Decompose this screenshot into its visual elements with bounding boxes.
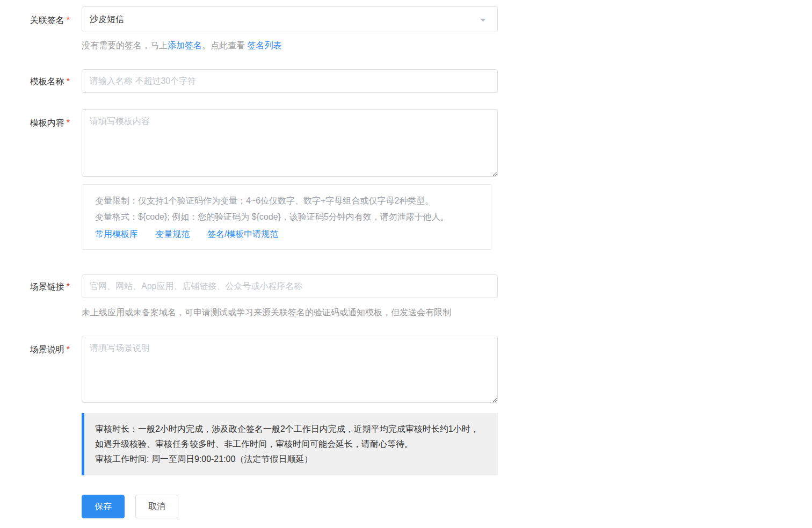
scene-link-label: 场景链接* — [0, 274, 70, 299]
variable-spec-link[interactable]: 变量规范 — [155, 229, 190, 238]
add-signature-link[interactable]: 添加签名 — [168, 41, 202, 50]
scene-link-input[interactable] — [82, 274, 498, 298]
required-asterisk: * — [67, 16, 70, 25]
signature-template-apply-spec-link[interactable]: 签名/模板申请规范 — [207, 229, 278, 238]
row-scene-link: 场景链接* 未上线应用或未备案域名，可申请测试或学习来源关联签名的验证码或通知模… — [0, 274, 812, 336]
signature-select[interactable]: 沙皮短信 ▼ — [82, 6, 498, 32]
scene-link-helper: 未上线应用或未备案域名，可申请测试或学习来源关联签名的验证码或通知模板，但发送会… — [82, 307, 498, 319]
variable-format-text: 变量格式：${code}; 例如：您的验证码为 ${code}，该验证码5分钟内… — [95, 209, 478, 225]
required-asterisk: * — [67, 345, 70, 354]
signature-select-value: 沙皮短信 — [90, 14, 124, 25]
signature-label: 关联签名* — [0, 6, 70, 34]
review-duration-text: 审核时长：一般2小时内完成，涉及政企签名一般2个工作日内完成，近期平均完成审核时… — [95, 422, 486, 452]
template-name-label: 模板名称* — [0, 69, 70, 94]
template-content-label-text: 模板内容 — [30, 118, 64, 127]
common-template-library-link[interactable]: 常用模板库 — [95, 229, 138, 238]
scene-desc-label: 场景说明* — [0, 336, 70, 364]
template-name-label-text: 模板名称 — [30, 77, 64, 86]
chevron-down-icon: ▼ — [479, 17, 488, 23]
scene-link-label-text: 场景链接 — [30, 282, 64, 291]
template-name-input[interactable] — [82, 69, 498, 93]
scene-desc-label-text: 场景说明 — [30, 345, 64, 354]
variable-limit-text: 变量限制：仅支持1个验证码作为变量；4~6位仅数字、数字+字母组合或仅字母2种类… — [95, 193, 478, 209]
row-signature: 关联签名* 沙皮短信 ▼ 没有需要的签名，马上添加签名。点此查看 签名列表 — [0, 6, 812, 69]
signature-helper-mid: 。点此查看 — [202, 41, 247, 50]
required-asterisk: * — [67, 282, 70, 291]
variable-tips-box: 变量限制：仅支持1个验证码作为变量；4~6位仅数字、数字+字母组合或仅字母2种类… — [82, 184, 491, 250]
sms-template-form: 关联签名* 沙皮短信 ▼ 没有需要的签名，马上添加签名。点此查看 签名列表 模板… — [0, 0, 812, 518]
required-asterisk: * — [67, 77, 70, 86]
review-notice-box: 审核时长：一般2小时内完成，涉及政企签名一般2个工作日内完成，近期平均完成审核时… — [82, 413, 498, 475]
row-template-name: 模板名称* — [0, 69, 812, 94]
row-scene-desc: 场景说明* 审核时长：一般2小时内完成，涉及政企签名一般2个工作日内完成，近期平… — [0, 336, 812, 518]
template-content-label: 模板内容* — [0, 109, 70, 137]
signature-helper: 没有需要的签名，马上添加签名。点此查看 签名列表 — [82, 40, 498, 52]
signature-helper-text: 没有需要的签名，马上 — [82, 41, 168, 50]
signature-label-text: 关联签名 — [30, 16, 64, 25]
required-asterisk: * — [67, 118, 70, 127]
row-template-content: 模板内容* 变量限制：仅支持1个验证码作为变量；4~6位仅数字、数字+字母组合或… — [0, 109, 812, 274]
signature-list-link[interactable]: 签名列表 — [247, 41, 281, 50]
scene-desc-textarea[interactable] — [82, 336, 498, 403]
review-working-hours-text: 审核工作时间: 周一至周日9:00-21:00（法定节假日顺延） — [95, 452, 486, 467]
tips-links: 常用模板库 变量规范 签名/模板申请规范 — [95, 226, 478, 242]
form-actions: 保存 取消 — [82, 495, 498, 518]
cancel-button[interactable]: 取消 — [135, 495, 178, 518]
save-button[interactable]: 保存 — [82, 495, 125, 518]
template-content-textarea[interactable] — [82, 109, 498, 177]
